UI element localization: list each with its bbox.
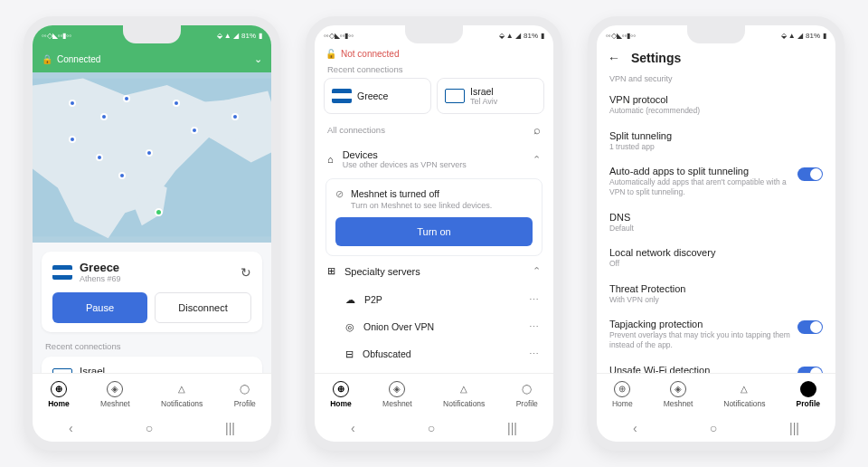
more-icon[interactable]: ⋯ bbox=[529, 294, 541, 305]
recent-chip-greece[interactable]: Greece bbox=[324, 78, 431, 114]
specialty-title: Specialty servers bbox=[344, 266, 420, 277]
home-softkey[interactable]: ○ bbox=[710, 421, 717, 435]
phone-notch bbox=[687, 25, 745, 43]
bell-icon: △ bbox=[174, 381, 190, 397]
settings-item[interactable]: Unsafe Wi-Fi detectionGet alerts when co… bbox=[597, 357, 835, 373]
disconnect-button[interactable]: Disconnect bbox=[155, 292, 251, 323]
settings-item-title: VPN protocol bbox=[609, 94, 823, 105]
tab-home[interactable]: ⊕Home bbox=[330, 381, 352, 408]
meshnet-title: Meshnet is turned off bbox=[351, 188, 492, 199]
devices-group-header[interactable]: ⌂ Devices Use other devices as VPN serve… bbox=[315, 140, 553, 178]
tab-profile[interactable]: ◯Profile bbox=[516, 381, 538, 408]
toggle-switch[interactable] bbox=[797, 320, 823, 334]
mesh-icon: ◈ bbox=[389, 381, 405, 397]
android-softkeys: ‹ ○ ||| bbox=[597, 415, 835, 442]
bottom-tab-bar: ⊕Home ◈Meshnet △Notifications ◯Profile bbox=[597, 373, 835, 415]
specialty-obfuscated[interactable]: ⊟Obfuscated⋯ bbox=[315, 340, 553, 367]
tab-meshnet-label: Meshnet bbox=[382, 399, 412, 408]
settings-item-subtitle: Off bbox=[609, 259, 823, 269]
specialty-onion[interactable]: ◎Onion Over VPN⋯ bbox=[315, 313, 553, 340]
toggle-switch[interactable] bbox=[797, 167, 823, 181]
settings-item[interactable]: Local network discoveryOff bbox=[597, 240, 835, 276]
meshnet-subtitle: Turn on Meshnet to see linked devices. bbox=[351, 201, 492, 210]
globe-icon: ⊕ bbox=[614, 381, 630, 397]
bell-icon: △ bbox=[736, 381, 752, 397]
devices-icon: ⌂ bbox=[327, 154, 334, 165]
not-connected-label: Not connected bbox=[341, 49, 400, 59]
settings-item[interactable]: Tapjacking protectionPrevent overlays th… bbox=[597, 311, 835, 357]
onion-icon: ◎ bbox=[345, 321, 354, 332]
refresh-icon[interactable]: ↻ bbox=[241, 265, 251, 280]
tab-profile[interactable]: ◯Profile bbox=[234, 381, 256, 408]
tab-meshnet[interactable]: ◈Meshnet bbox=[664, 381, 693, 408]
home-softkey[interactable]: ○ bbox=[428, 421, 435, 435]
tab-notifications[interactable]: △Notifications bbox=[723, 381, 765, 408]
mesh-icon: ◈ bbox=[670, 381, 686, 397]
bottom-tab-bar: ⊕Home ◈Meshnet △Notifications ◯Profile bbox=[33, 373, 271, 415]
tab-home-label: Home bbox=[48, 399, 70, 408]
chevron-down-icon[interactable]: ⌄ bbox=[254, 53, 262, 65]
not-connected-banner[interactable]: 🔓Not connected bbox=[326, 49, 542, 59]
back-softkey[interactable]: ‹ bbox=[633, 421, 637, 435]
specialty-servers-header[interactable]: ⊞ Specialty servers ⌃ bbox=[315, 256, 553, 286]
chip-sublabel: Tel Aviv bbox=[470, 97, 497, 106]
more-icon[interactable]: ⋯ bbox=[529, 348, 541, 359]
all-connections-label: All connections bbox=[327, 125, 385, 135]
person-icon: ◯ bbox=[800, 381, 816, 397]
settings-item[interactable]: VPN protocolAutomatic (recommended) bbox=[597, 87, 835, 123]
tab-home[interactable]: ⊕Home bbox=[612, 381, 633, 408]
recents-softkey[interactable]: ||| bbox=[225, 421, 235, 435]
search-icon[interactable]: ⌕ bbox=[533, 123, 541, 137]
server-map[interactable] bbox=[33, 72, 271, 243]
settings-item[interactable]: Auto-add apps to split tunnelingAutomati… bbox=[597, 158, 835, 204]
connection-banner[interactable]: 🔒Connected ⌄ bbox=[33, 45, 271, 72]
tab-profile[interactable]: ◯Profile bbox=[797, 381, 820, 408]
settings-item-title: Unsafe Wi-Fi detection bbox=[609, 365, 790, 373]
tab-profile-label: Profile bbox=[516, 399, 538, 408]
recents-softkey[interactable]: ||| bbox=[507, 421, 517, 435]
settings-item[interactable]: Threat ProtectionWith VPN only bbox=[597, 276, 835, 312]
chevron-up-icon: ⌃ bbox=[533, 154, 541, 166]
tab-meshnet[interactable]: ◈Meshnet bbox=[382, 381, 412, 408]
settings-item[interactable]: Split tunneling1 trusted app bbox=[597, 123, 835, 159]
recent-item-label: Israel bbox=[80, 366, 107, 373]
phone-home-connected: ◦◦◇◣◦◦▮◦◦ ⬙ ▲ ◢ 81% ▮ 🔒Connected ⌄ bbox=[24, 16, 280, 451]
tab-profile-label: Profile bbox=[234, 399, 256, 408]
mesh-icon: ◈ bbox=[107, 381, 123, 397]
bell-icon: △ bbox=[456, 381, 472, 397]
item-label: Obfuscated bbox=[363, 348, 411, 359]
item-label: P2P bbox=[364, 294, 382, 305]
settings-title: Settings bbox=[631, 51, 681, 65]
settings-item-title: Auto-add apps to split tunneling bbox=[609, 166, 790, 176]
pause-button[interactable]: Pause bbox=[52, 292, 147, 323]
current-country: Greece bbox=[80, 261, 233, 274]
more-icon[interactable]: ⋯ bbox=[529, 321, 541, 332]
turn-on-meshnet-button[interactable]: Turn on bbox=[335, 217, 533, 246]
back-arrow-icon[interactable]: ← bbox=[608, 51, 620, 65]
settings-item-title: Tapjacking protection bbox=[609, 319, 790, 329]
person-icon: ◯ bbox=[519, 381, 535, 397]
unlock-icon: 🔓 bbox=[326, 49, 336, 59]
tab-home[interactable]: ⊕Home bbox=[48, 381, 70, 408]
chip-label: Israel bbox=[470, 86, 497, 97]
lock-icon: 🔒 bbox=[42, 54, 52, 64]
tab-home-label: Home bbox=[330, 399, 352, 408]
recent-chip-israel[interactable]: IsraelTel Aviv bbox=[437, 78, 544, 114]
tab-notifications[interactable]: △Notifications bbox=[443, 381, 485, 408]
flag-greece-icon bbox=[332, 89, 352, 103]
info-icon: ⊘ bbox=[335, 188, 344, 200]
home-softkey[interactable]: ○ bbox=[146, 421, 153, 435]
current-server-card: Greece Athens #69 ↻ Pause Disconnect bbox=[42, 252, 262, 332]
tab-notifications[interactable]: △Notifications bbox=[161, 381, 203, 408]
back-softkey[interactable]: ‹ bbox=[69, 421, 73, 435]
settings-item-title: Split tunneling bbox=[609, 130, 823, 141]
recent-item-israel[interactable]: Israel Tel Aviv bbox=[42, 357, 262, 373]
toggle-switch[interactable] bbox=[797, 367, 823, 373]
back-softkey[interactable]: ‹ bbox=[351, 421, 355, 435]
settings-item[interactable]: DNSDefault bbox=[597, 205, 835, 241]
settings-item-subtitle: With VPN only bbox=[609, 295, 823, 305]
tab-meshnet[interactable]: ◈Meshnet bbox=[100, 381, 130, 408]
specialty-p2p[interactable]: ☁P2P⋯ bbox=[315, 286, 553, 313]
recents-softkey[interactable]: ||| bbox=[789, 421, 799, 435]
recent-connections-label: Recent connections bbox=[315, 64, 553, 78]
